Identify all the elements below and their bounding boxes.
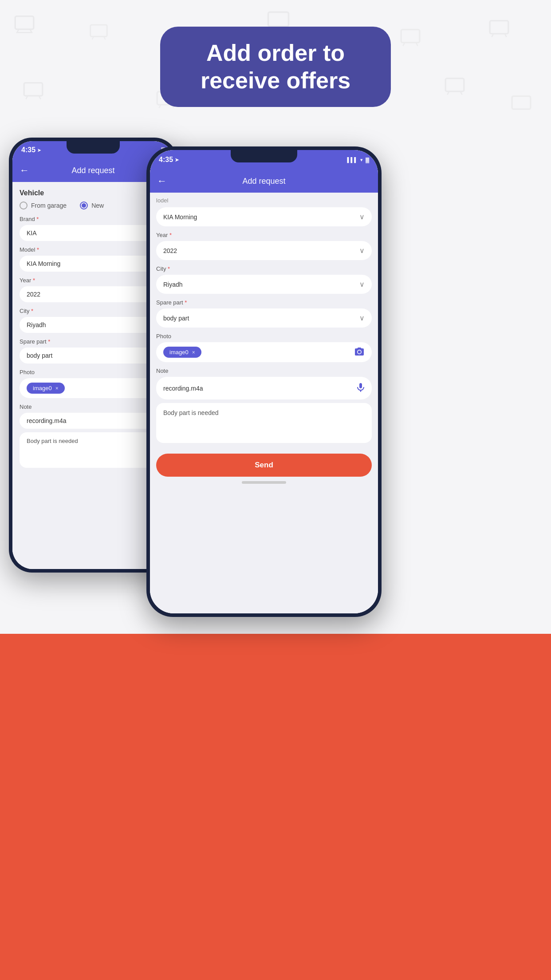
image-tag-close-left[interactable]: × [55, 385, 59, 391]
note-label-left: Note [20, 403, 167, 410]
city-label-right: City * [156, 265, 372, 272]
back-button-left[interactable]: ← [20, 165, 29, 176]
model-chevron-right: ∨ [359, 213, 365, 221]
location-icon-left: ➤ [37, 148, 41, 153]
note-textarea-right[interactable]: Body part is needed [156, 403, 372, 443]
radio-new[interactable]: New [80, 202, 104, 209]
page-title-left: Add request [71, 166, 114, 175]
vehicle-radio-group: From garage New [20, 202, 167, 209]
photo-field-left: Photo image0 × [20, 369, 167, 398]
send-button[interactable]: Send [156, 454, 372, 477]
radio-new-circle[interactable] [80, 202, 88, 209]
year-label-left: Year * [20, 277, 167, 284]
photo-input-right[interactable]: image0 × [156, 342, 372, 362]
year-dropdown-right[interactable]: 2022 ∨ [156, 241, 372, 260]
model-input-left[interactable]: KIA Morning [20, 256, 167, 272]
spare-part-field-right: Spare part * body part ∨ [156, 299, 372, 328]
brand-label-left: Brand * [20, 216, 167, 222]
app-header-right: ← Add request [150, 170, 378, 193]
spare-part-label-left: Spare part * [20, 338, 167, 345]
year-field-right: Year * 2022 ∨ [156, 232, 372, 260]
brand-input-left[interactable]: KIA [20, 225, 167, 241]
spare-part-field-left: Spare part * body part [20, 338, 167, 364]
model-label-left: Model * [20, 246, 167, 253]
screen-right: 4:35 ➤ ▌▌▌ ▾ ▓ ← Add request lodel [150, 150, 378, 613]
page-title-right: Add request [242, 177, 285, 186]
model-field-left: Model * KIA Morning [20, 246, 167, 272]
city-label-left: City * [20, 308, 167, 314]
notch-right [231, 150, 297, 162]
spare-part-dropdown-right[interactable]: body part ∨ [156, 308, 372, 328]
battery-icon-right: ▓ [366, 157, 369, 162]
header-banner: Add order to receive offers [160, 27, 391, 107]
year-field-left: Year * 2022 [20, 277, 167, 302]
note-text-left[interactable]: Body part is needed [20, 432, 167, 468]
spare-part-label-right: Spare part * [156, 299, 372, 306]
city-field-right: City * Riyadh ∨ [156, 265, 372, 294]
radio-garage-circle[interactable] [20, 202, 28, 209]
note-audio-right[interactable]: recording.m4a [156, 377, 372, 399]
time-right: 4:35 ➤ [159, 156, 179, 164]
radio-garage[interactable]: From garage [20, 202, 67, 209]
image-tag-left[interactable]: image0 × [27, 383, 65, 394]
home-indicator-right [242, 481, 286, 484]
signal-icon-right: ▌▌▌ [347, 157, 358, 162]
wifi-icon-right: ▾ [360, 157, 363, 163]
mic-icon-right [357, 382, 365, 394]
status-icons-right: ▌▌▌ ▾ ▓ [347, 157, 369, 163]
note-field-left: Note recording.m4a Body part is needed [20, 403, 167, 468]
photo-label-right: Photo [156, 333, 372, 340]
year-chevron-right: ∨ [359, 246, 365, 255]
vehicle-section-title: Vehicle [20, 189, 167, 197]
time-left: 4:35 ➤ [21, 146, 41, 154]
photo-field-right: Photo image0 × [156, 333, 372, 362]
image-tag-close-right[interactable]: × [192, 349, 195, 356]
note-audio-left[interactable]: recording.m4a [20, 413, 167, 429]
city-field-left: City * Riyadh [20, 308, 167, 333]
svg-point-29 [358, 351, 361, 354]
partial-model-label: lodel [156, 197, 372, 205]
note-field-right: Note recording.m4a Body part is needed [156, 368, 372, 443]
back-button-right[interactable]: ← [157, 175, 167, 187]
photo-label-left: Photo [20, 369, 167, 375]
city-chevron-right: ∨ [359, 280, 365, 288]
model-dropdown-right[interactable]: KIA Morning ∨ [156, 207, 372, 226]
image-tag-right[interactable]: image0 × [163, 347, 201, 358]
spare-part-input-left[interactable]: body part [20, 348, 167, 364]
spare-part-chevron-right: ∨ [359, 314, 365, 322]
city-dropdown-right[interactable]: Riyadh ∨ [156, 275, 372, 294]
year-label-right: Year * [156, 232, 372, 238]
camera-icon-right[interactable] [354, 347, 365, 358]
location-icon-right: ➤ [175, 157, 179, 163]
city-input-left[interactable]: Riyadh [20, 317, 167, 333]
model-field-right: KIA Morning ∨ [156, 207, 372, 226]
year-input-left[interactable]: 2022 [20, 286, 167, 302]
notch-left [67, 141, 120, 154]
form-right: lodel KIA Morning ∨ Year * 2022 ∨ [150, 193, 378, 613]
phone-right: 4:35 ➤ ▌▌▌ ▾ ▓ ← Add request lodel [146, 146, 382, 617]
background-bottom [0, 634, 551, 980]
header-banner-text: Add order to receive offers [187, 39, 364, 95]
photo-input-left[interactable]: image0 × [20, 378, 167, 398]
note-label-right: Note [156, 368, 372, 374]
brand-field-left: Brand * KIA [20, 216, 167, 241]
